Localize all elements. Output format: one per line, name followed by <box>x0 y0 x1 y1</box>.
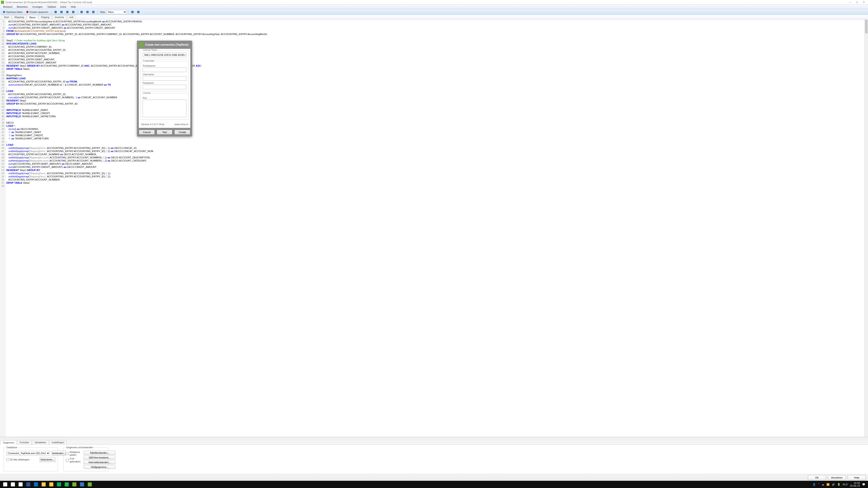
scrollbar-thumb[interactable] <box>865 20 868 33</box>
qlik-icon-glyph <box>88 482 92 486</box>
debug-button[interactable]: Fouten opsporen <box>25 10 50 14</box>
file-button[interactable]: QlikView-bestand... <box>84 455 115 459</box>
menu-tabblad[interactable]: Tabblad <box>45 5 58 8</box>
menu-extra[interactable]: Extra <box>58 5 68 8</box>
menu-bestand[interactable]: Bestand <box>1 5 14 8</box>
file-button[interactable]: Veldgegevens... <box>84 465 115 469</box>
tray-chevron-icon[interactable]: ˄ <box>818 483 819 486</box>
tabs-select[interactable]: Deco <box>106 10 127 14</box>
ftp-checkbox[interactable] <box>66 459 69 462</box>
username-label: Username <box>143 73 186 76</box>
script-tab-mapping[interactable]: Mapping <box>12 15 26 19</box>
tray-notifications-icon[interactable]: 💬 <box>862 483 865 486</box>
ftp-label: FTP gebruiken <box>70 457 81 463</box>
script-tab-deco[interactable]: Deco <box>27 15 38 20</box>
menu-help[interactable]: Help <box>68 5 78 8</box>
bottom-tab-functies[interactable]: Functies <box>17 440 32 445</box>
scrollbar-horizontal[interactable] <box>0 437 868 440</box>
dialog-test-button[interactable]: Test <box>157 130 173 135</box>
cancel-button[interactable]: Annuleren <box>828 475 846 480</box>
script-tabs: StartMappingDecoStagingInvoicesexit <box>0 15 868 20</box>
tray-volume-icon[interactable]: 🔊 <box>832 483 835 486</box>
credentials-group: Credentials Portalname Username Password <box>141 61 188 91</box>
tray-battery-icon[interactable]: 🔋 <box>837 483 840 486</box>
relative-paths-check[interactable]: Relatieve paden <box>66 451 81 456</box>
tab-remove-icon <box>86 11 89 13</box>
password-input[interactable] <box>143 85 186 89</box>
menu-invoegen[interactable]: Invoegen <box>30 5 45 8</box>
tool-icon-8[interactable] <box>130 10 135 14</box>
start-icon[interactable] <box>1 481 9 488</box>
dialog-url[interactable]: www.victa.nl <box>174 123 188 126</box>
connector-select[interactable]: Connector_TopDesk.exe (32) (Vict <box>6 451 50 455</box>
window-icon[interactable] <box>78 481 86 488</box>
taskbar-clock[interactable]: 10:30 25-06-19 <box>850 482 860 487</box>
credentials-legend: Credentials <box>142 60 155 62</box>
dialog-create-button[interactable]: Create <box>174 130 190 135</box>
tray-cloud-icon[interactable]: ☁ <box>822 483 824 486</box>
database-group: Database Connector_TopDesk.exe (32) (Vic… <box>4 447 58 471</box>
bottom-tab-gegevens[interactable]: Gegevens <box>0 440 17 445</box>
chrome-icon[interactable] <box>40 481 48 488</box>
script-tab-start[interactable]: Start <box>1 15 11 19</box>
tool-icon-2[interactable] <box>59 10 64 14</box>
app-icon[interactable] <box>70 481 78 488</box>
menubar: BestandBewerkenInvoegenTabbladExtraHelp <box>0 4 868 9</box>
bottom-tab-instellingen[interactable]: Instellingen <box>49 440 67 445</box>
tab-add-icon <box>81 11 83 13</box>
tool-icon-6[interactable] <box>85 10 90 14</box>
taskview-icon[interactable] <box>17 481 24 488</box>
ok-button[interactable]: OK <box>808 475 826 480</box>
tool-icon-3[interactable] <box>65 10 70 14</box>
files-group: Gegevens uit bestanden Relatieve paden F… <box>63 447 108 471</box>
calculator-icon[interactable] <box>24 481 32 488</box>
reload-button[interactable]: Opnieuw laden <box>1 10 24 14</box>
search-icon-glyph <box>11 482 15 486</box>
line-gutter: 6789101112131415161718192021222324252627… <box>0 20 5 437</box>
toolbar: Opnieuw laden Fouten opsporen Tabs Deco <box>0 9 868 15</box>
tray-people-icon[interactable]: 👤 <box>813 483 816 486</box>
force-32bit-check[interactable]: 32-bits afdwingen <box>6 458 38 461</box>
spotify-icon[interactable] <box>63 481 70 488</box>
tool-icon-1[interactable] <box>53 10 58 14</box>
qlik-icon[interactable] <box>86 481 94 488</box>
scrollbar-vertical[interactable] <box>864 20 868 437</box>
menu-bewerken[interactable]: Bewerken <box>14 5 30 8</box>
explorer-icon-glyph <box>49 482 53 486</box>
script-tab-exit[interactable]: exit <box>67 15 76 19</box>
close-button[interactable]: ✕ <box>860 0 867 4</box>
separator <box>128 10 128 14</box>
force-32bit-checkbox[interactable] <box>6 458 9 461</box>
file-button[interactable]: Tabelbestanden... <box>84 451 115 455</box>
skype-icon[interactable] <box>55 481 63 488</box>
select-button[interactable]: Selecteren... <box>39 457 55 462</box>
relative-paths-checkbox[interactable] <box>66 452 69 455</box>
outlook-icon[interactable] <box>32 481 40 488</box>
script-tab-staging[interactable]: Staging <box>38 15 52 19</box>
license-token-input[interactable] <box>143 53 186 57</box>
ftp-check[interactable]: FTP gebruiken <box>66 457 81 463</box>
username-input[interactable] <box>143 76 186 80</box>
tray-lang[interactable]: NLD <box>843 483 848 486</box>
tool-icon-9[interactable] <box>135 10 141 14</box>
file-button[interactable]: Internetbestanden... <box>84 460 115 464</box>
app-icon-glyph <box>72 482 76 486</box>
bottom-tab-variabelen[interactable]: Variabelen <box>32 440 49 445</box>
explorer-icon[interactable] <box>48 481 55 488</box>
debug-label: Fouten opsporen <box>29 11 48 13</box>
tray-network-icon[interactable]: 📶 <box>827 483 830 486</box>
search-icon[interactable] <box>9 481 17 488</box>
code-area[interactable]: ACCOUNTING_ENTRY.AccountingYear & ACCOUN… <box>5 20 864 437</box>
minimize-button[interactable]: — <box>847 0 854 4</box>
script-tab-invoices[interactable]: Invoices <box>53 15 66 19</box>
tool-icon-7[interactable] <box>91 10 96 14</box>
tool-icon-5[interactable] <box>79 10 84 14</box>
dialog-cancel-button[interactable]: Cancel <box>139 130 155 135</box>
tool-icon-4[interactable] <box>70 10 76 14</box>
dialog-header[interactable]: Create new connection (TopDesk) <box>137 41 192 49</box>
nav-next-icon <box>66 11 68 13</box>
portal-input[interactable] <box>143 68 186 72</box>
maximize-button[interactable]: ◻ <box>854 0 860 4</box>
help-button[interactable]: Help <box>848 475 866 480</box>
key-textarea[interactable] <box>143 100 186 117</box>
